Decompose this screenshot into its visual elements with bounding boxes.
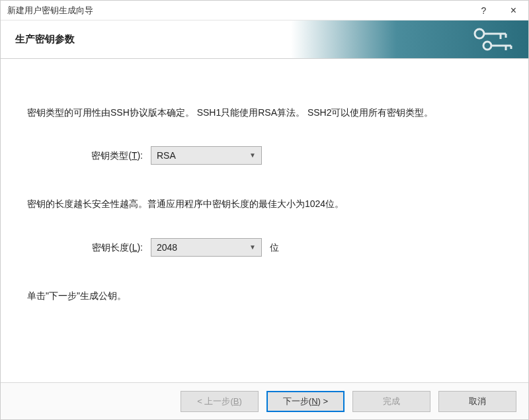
key-length-value: 2048	[157, 240, 249, 255]
titlebar: 新建用户密钥生成向导 ? ×	[1, 1, 528, 21]
key-type-select[interactable]: RSA ▼	[151, 146, 262, 165]
key-type-label: 密钥类型(T):	[88, 148, 151, 163]
key-length-row: 密钥长度(L): 2048 ▼ 位	[27, 238, 502, 257]
wizard-window: 新建用户密钥生成向导 ? × 生产密钥参数	[0, 0, 529, 420]
key-length-label: 密钥长度(L):	[88, 240, 151, 255]
button-bar: < 上一步(B) 下一步(N) > 完成 取消	[1, 382, 528, 419]
svg-point-0	[475, 29, 484, 38]
key-type-row: 密钥类型(T): RSA ▼	[27, 146, 502, 165]
next-step-hint: 单击"下一步"生成公钥。	[27, 288, 502, 303]
key-type-value: RSA	[157, 148, 249, 163]
key-length-description: 密钥的长度越长安全性越高。普通应用程序中密钥长度的最佳大小为1024位。	[27, 196, 502, 211]
close-button[interactable]: ×	[499, 1, 528, 21]
key-type-description: 密钥类型的可用性由SSH协议版本确定。 SSH1只能使用RSA算法。 SSH2可…	[27, 105, 502, 120]
close-icon: ×	[510, 5, 516, 17]
chevron-down-icon: ▼	[249, 150, 256, 161]
help-icon: ?	[481, 5, 487, 16]
window-title: 新建用户密钥生成向导	[7, 5, 469, 17]
finish-button: 完成	[352, 391, 430, 412]
next-button[interactable]: 下一步(N) >	[266, 391, 345, 412]
help-button[interactable]: ?	[469, 1, 499, 21]
wizard-header: 生产密钥参数	[1, 21, 528, 59]
svg-point-4	[483, 42, 491, 50]
key-length-select[interactable]: 2048 ▼	[151, 238, 262, 257]
wizard-header-title: 生产密钥参数	[15, 33, 75, 46]
cancel-button[interactable]: 取消	[438, 391, 516, 412]
content-area: 密钥类型的可用性由SSH协议版本确定。 SSH1只能使用RSA算法。 SSH2可…	[1, 59, 528, 382]
back-button: < 上一步(B)	[181, 391, 259, 412]
key-length-unit: 位	[270, 240, 279, 255]
keys-icon	[468, 26, 520, 56]
chevron-down-icon: ▼	[249, 242, 256, 253]
